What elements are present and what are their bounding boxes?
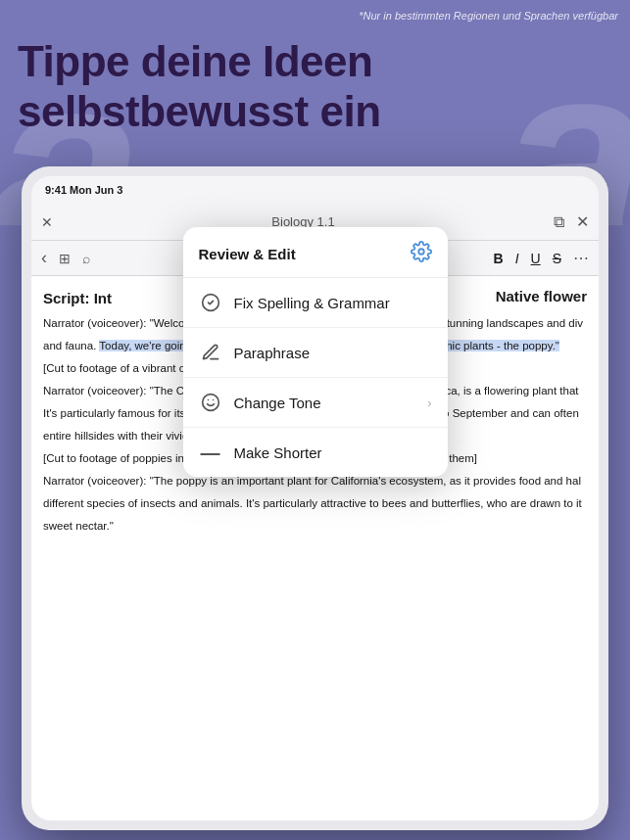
paraphrase-label: Paraphrase	[234, 345, 432, 361]
headline-line2: selbstbewusst ein	[18, 87, 381, 137]
popup-overlay: Review & Edit	[31, 176, 599, 820]
ipad-inner: 9:41 Mon Jun 3 ✕ Biology 1.1 ⧉ ✕ ‹ ⊞ ⌕ B…	[31, 176, 599, 820]
pen-icon	[199, 341, 222, 364]
popup-title: Review & Edit	[199, 246, 296, 262]
fix-spelling-label: Fix Spelling & Grammar	[234, 295, 432, 311]
ipad-frame: 9:41 Mon Jun 3 ✕ Biology 1.1 ⧉ ✕ ‹ ⊞ ⌕ B…	[22, 166, 608, 830]
svg-point-0	[418, 249, 424, 255]
gear-icon[interactable]	[411, 241, 432, 267]
check-circle-icon	[199, 291, 222, 314]
fix-spelling-item[interactable]: Fix Spelling & Grammar	[183, 278, 448, 328]
svg-point-2	[202, 395, 218, 411]
paraphrase-item[interactable]: Paraphrase	[183, 328, 448, 378]
chevron-right-icon: ›	[427, 396, 431, 410]
popup-header: Review & Edit	[183, 227, 448, 278]
make-shorter-item[interactable]: — Make Shorter	[183, 428, 448, 477]
disclaimer-text: *Nur in bestimmten Regionen und Sprachen…	[359, 10, 618, 22]
change-tone-label: Change Tone	[234, 395, 428, 411]
change-tone-item[interactable]: Change Tone ›	[183, 378, 448, 428]
smiley-icon	[199, 391, 222, 414]
popup-menu: Review & Edit	[183, 227, 448, 477]
headline: Tippe deine Ideen selbstbewusst ein	[18, 37, 381, 136]
headline-line1: Tippe deine Ideen	[18, 37, 381, 87]
make-shorter-label: Make Shorter	[234, 444, 432, 461]
dash-icon: —	[199, 441, 222, 464]
